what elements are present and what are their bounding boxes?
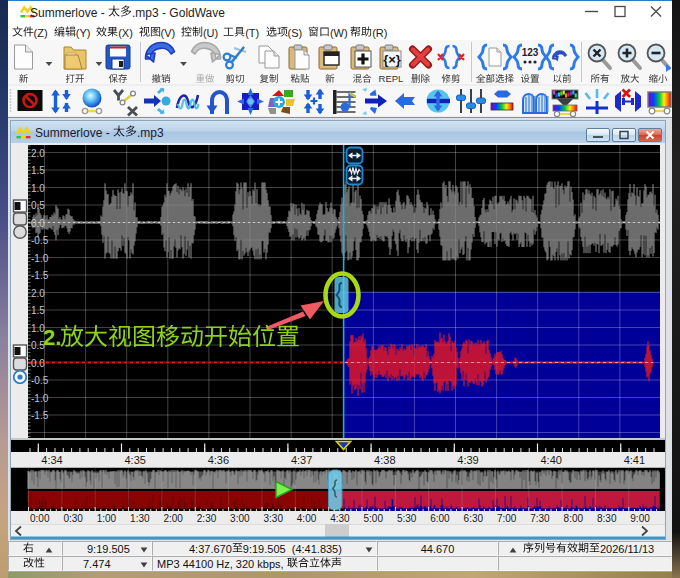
- svg-text:2.0: 2.0: [31, 148, 45, 159]
- svg-text:2:00: 2:00: [163, 513, 183, 524]
- svg-text:4:37: 4:37: [291, 454, 312, 466]
- svg-text:5:00: 5:00: [364, 513, 384, 524]
- svg-text:8:30: 8:30: [597, 513, 617, 524]
- svg-text:6:30: 6:30: [464, 513, 484, 524]
- svg-text:-1.0: -1.0: [31, 253, 49, 264]
- svg-text:-0.5: -0.5: [31, 235, 49, 246]
- svg-text:0.5: 0.5: [31, 200, 45, 211]
- svg-text:0.0: 0.0: [31, 218, 45, 229]
- svg-text:0.0: 0.0: [31, 358, 45, 369]
- svg-text:0:00: 0:00: [30, 513, 50, 524]
- svg-text:4:00: 4:00: [297, 513, 317, 524]
- svg-text:4:30: 4:30: [330, 513, 350, 524]
- svg-text:1.5: 1.5: [31, 305, 45, 316]
- svg-text:8:00: 8:00: [564, 513, 584, 524]
- svg-text:6:00: 6:00: [430, 513, 450, 524]
- svg-text:5:30: 5:30: [397, 513, 417, 524]
- svg-text:4:36: 4:36: [208, 454, 229, 466]
- svg-text:2.: 2.: [43, 325, 61, 350]
- svg-text:-0.5: -0.5: [31, 375, 49, 386]
- svg-text:9:00: 9:00: [630, 513, 650, 524]
- svg-text:4:38: 4:38: [374, 454, 395, 466]
- svg-text:3:30: 3:30: [264, 513, 284, 524]
- svg-text:0:30: 0:30: [63, 513, 83, 524]
- svg-text:-1.0: -1.0: [31, 393, 49, 404]
- svg-text:1.0: 1.0: [31, 183, 45, 194]
- svg-text:2:30: 2:30: [197, 513, 217, 524]
- svg-text:{×}: {×}: [383, 52, 401, 67]
- svg-text:7:30: 7:30: [530, 513, 550, 524]
- svg-text:-1.5: -1.5: [31, 270, 49, 281]
- svg-text:1.5: 1.5: [31, 165, 45, 176]
- svg-text:4:40: 4:40: [541, 454, 562, 466]
- svg-text:1:30: 1:30: [130, 513, 150, 524]
- svg-text:REPL: REPL: [379, 73, 404, 84]
- svg-text:-1.5: -1.5: [31, 410, 49, 421]
- svg-text:4:39: 4:39: [457, 454, 478, 466]
- svg-text:123: 123: [522, 47, 539, 58]
- svg-text:4:34: 4:34: [41, 454, 62, 466]
- svg-text:4:35: 4:35: [125, 454, 146, 466]
- svg-text:1:00: 1:00: [97, 513, 117, 524]
- svg-text:3:00: 3:00: [230, 513, 250, 524]
- svg-text:4:41: 4:41: [624, 454, 645, 466]
- svg-text:7:00: 7:00: [497, 513, 517, 524]
- svg-text:2.0: 2.0: [31, 288, 45, 299]
